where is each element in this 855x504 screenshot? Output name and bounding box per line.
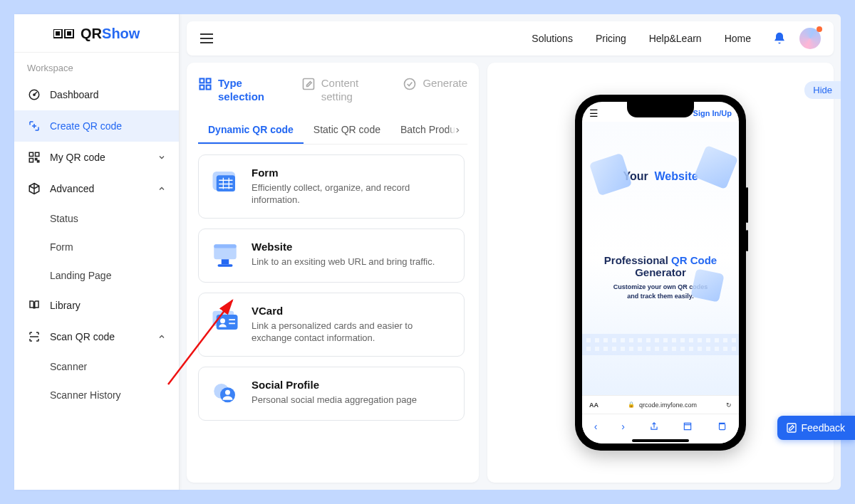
phone-screen: ☰ Sign In/Up Your Website [582,102,739,443]
sidebar-item-dashboard[interactable]: Dashboard [14,79,179,110]
card-desc: Link a personalized cards and easier to … [252,320,452,345]
sidebar-item-advanced[interactable]: Advanced [14,173,179,204]
hide-preview-button[interactable]: Hide [804,81,841,99]
nav-solutions[interactable]: Solutions [532,33,573,44]
sidebar-item-my-qr[interactable]: My QR code [14,142,179,173]
decorative-cube [690,268,724,302]
dashboard-icon [27,88,41,102]
sidebar-item-label: Create QR code [50,120,122,132]
feedback-label: Feedback [802,422,845,434]
sidebar-item-label: Dashboard [50,89,99,100]
phone-notch [627,102,694,117]
svg-rect-18 [217,175,235,191]
card-vcard[interactable]: VCard Link a personalized cards and easi… [198,293,465,357]
phone-signin-link[interactable]: Sign In/Up [693,109,732,117]
sidebar-item-label: Scan QR code [50,331,115,342]
svg-rect-31 [787,424,796,432]
home-indicator [582,438,739,443]
svg-rect-29 [720,424,725,429]
card-title: Form [252,167,452,179]
svg-rect-22 [218,264,233,267]
chevron-down-icon [157,153,166,162]
notification-bell-icon[interactable] [772,31,787,46]
svg-rect-8 [29,159,33,162]
tab-dynamic-qr[interactable]: Dynamic QR code [198,117,304,144]
card-desc: Link to an exsiting web URL and bring tr… [252,256,435,268]
menu-toggle-icon[interactable] [200,33,214,44]
step-type-selection[interactable]: Type selection [198,77,286,104]
tabs-icon[interactable] [717,421,727,431]
svg-point-5 [33,94,35,95]
edit-icon [301,77,316,91]
my-qr-icon [27,150,41,164]
svg-rect-11 [200,79,204,83]
advanced-icon [27,182,41,196]
create-icon [27,119,41,133]
website-icon [210,241,240,271]
library-icon [27,298,41,313]
svg-rect-14 [207,85,211,90]
logo-icon [53,29,75,42]
forward-icon[interactable]: › [621,421,625,432]
decorative-cube [589,153,632,196]
sidebar-sub-scanner[interactable]: Scanner [14,352,179,381]
step-generate[interactable]: Generate [403,77,467,104]
feedback-button[interactable]: Feedback [777,416,855,440]
sidebar-sub-landing-page[interactable]: Landing Page [14,261,179,290]
phone-menu-icon[interactable]: ☰ [589,107,598,119]
qr-type-cards[interactable]: Form Efficiently collect, organize, and … [198,145,467,476]
feedback-icon [786,422,797,434]
share-icon[interactable] [649,421,659,431]
sidebar-item-label: My QR code [50,152,105,163]
social-icon [210,379,240,409]
sidebar-item-label: Advanced [50,183,94,194]
step-label: Content setting [321,77,388,104]
sidebar-sub-form[interactable]: Form [14,233,179,261]
card-desc: Personal social media aggregation page [252,394,417,406]
svg-rect-12 [207,79,211,83]
user-avatar[interactable] [799,28,821,49]
step-label: Type selection [218,77,286,104]
sidebar-item-library[interactable]: Library [14,290,179,321]
sidebar: QRShow Workspace Dashboard Create QR cod… [14,14,180,490]
nav-home[interactable]: Home [725,33,751,44]
card-website[interactable]: Website Link to an exsiting web URL and … [198,229,465,283]
card-form[interactable]: Form Efficiently collect, organize, and … [198,154,465,219]
check-circle-icon [403,77,417,91]
tab-static-qr[interactable]: Static QR code [304,117,390,144]
workspace-section-label: Workspace [14,53,179,79]
back-icon[interactable]: ‹ [594,421,598,432]
nav-pricing[interactable]: Pricing [596,33,626,44]
tabs-scroll-right[interactable] [447,117,467,144]
logo-text-prefix: QR [81,26,102,41]
card-title: Social Profile [252,379,417,391]
svg-point-28 [225,389,230,394]
sidebar-item-scan-qr[interactable]: Scan QR code [14,321,179,352]
logo-text-suffix: Show [102,26,140,41]
nav-help-learn[interactable]: Help&Learn [649,33,702,44]
sidebar-sub-scanner-history[interactable]: Scanner History [14,381,179,409]
chevron-up-icon [157,332,166,341]
chevron-up-icon [157,184,166,193]
svg-rect-24 [217,315,238,330]
svg-rect-21 [222,259,229,264]
step-label: Generate [423,77,467,90]
text-size-icon[interactable]: AA [589,401,598,409]
phone-url-bar[interactable]: AA 🔒 qrcode.imyfone.com ↻ [582,395,739,414]
svg-rect-3 [67,31,71,36]
sidebar-item-label: Library [50,300,81,311]
sidebar-item-create-qr[interactable]: Create QR code [14,110,179,142]
decorative-grid [582,334,739,355]
bookmarks-icon[interactable] [683,421,693,431]
step-content-setting[interactable]: Content setting [301,77,388,104]
phone-body: Your Website Professional QR Code Genera… [582,122,739,395]
card-title: VCard [252,305,452,317]
reload-icon[interactable]: ↻ [726,401,732,409]
grid-icon [198,77,212,91]
logo[interactable]: QRShow [14,14,179,53]
phone-url-text: qrcode.imyfone.com [639,401,697,409]
phone-toolbar: ‹ › [582,414,739,438]
scan-icon [27,330,41,344]
sidebar-sub-status[interactable]: Status [14,204,179,233]
card-social-profile[interactable]: Social Profile Personal social media agg… [198,367,465,421]
